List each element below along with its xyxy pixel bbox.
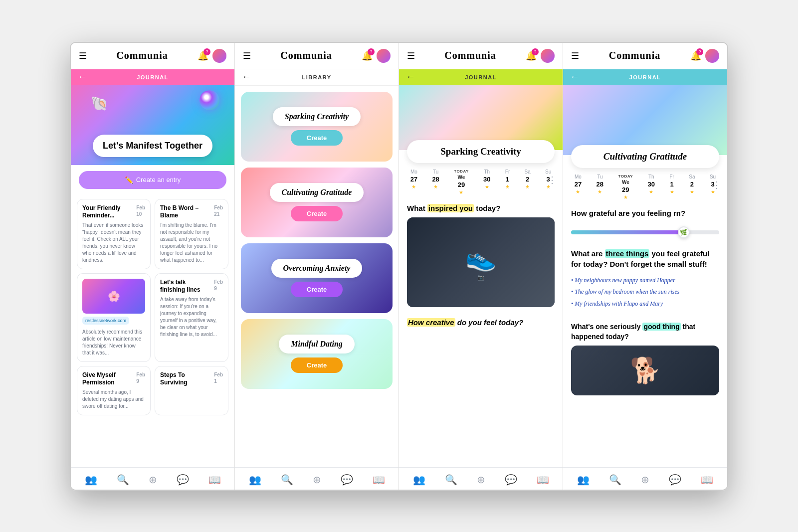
- nav-search-icon-2[interactable]: 🔍: [281, 474, 293, 486]
- create-entry-label: Create an entry: [136, 176, 181, 183]
- nav-community-icon-3[interactable]: 👥: [413, 474, 425, 486]
- cal-day-we-today: TODAY We 29 ★: [454, 169, 469, 195]
- screen-journal-manifest: ☰ Communia 🔔 ? ← JOURNAL 🐚 Let's Manifes…: [71, 43, 235, 491]
- user-avatar-3[interactable]: [541, 49, 555, 63]
- nav-community-icon-2[interactable]: 👥: [249, 474, 261, 486]
- library-card-cultivating-gratitude[interactable]: Cultivating Gratitude Create: [241, 168, 393, 237]
- week-calendar-4: Mo 27 ★ Tu 28 ★ TODAY We 29 ★: [563, 168, 727, 202]
- user-avatar-1[interactable]: [212, 49, 226, 63]
- nav-chat-icon-2[interactable]: 💬: [341, 474, 353, 486]
- gratitude-question-2: What are three things you feel grateful …: [563, 242, 727, 273]
- header-bar-2: ← LIBRARY: [235, 69, 399, 86]
- gratitude-slider[interactable]: 🌿: [563, 222, 727, 242]
- three-dots-menu-3[interactable]: ⋮: [548, 175, 557, 185]
- user-avatar-2[interactable]: [377, 49, 391, 63]
- nav-community-icon[interactable]: 👥: [85, 474, 97, 486]
- dog-icon: 🐕: [630, 356, 661, 385]
- user-avatar-4[interactable]: [705, 49, 719, 63]
- menu-icon-4[interactable]: ☰: [571, 50, 579, 61]
- back-arrow-2[interactable]: ←: [242, 72, 251, 82]
- three-dots-menu-4[interactable]: ⋮: [712, 179, 721, 190]
- back-arrow-1[interactable]: ←: [78, 72, 87, 82]
- rainbow-header-4: [563, 85, 727, 155]
- notification-bell-4[interactable]: 🔔 ?: [690, 50, 701, 61]
- entry-body: A take away from today's session: If you…: [160, 296, 223, 338]
- card-title-sparking-creativity: Sparking Creativity: [273, 107, 361, 126]
- create-entry-button[interactable]: ✏️ Create an entry: [79, 171, 226, 189]
- app-logo-3: Communia: [444, 50, 496, 61]
- top-icons-4: 🔔 ?: [690, 49, 719, 63]
- library-card-sparking-creativity[interactable]: Sparking Creativity Create: [241, 92, 393, 162]
- entry-body: Several months ago, I deleted my dating …: [82, 389, 145, 410]
- card-title-cultivating-gratitude: Cultivating Gratitude: [270, 183, 364, 202]
- entry-date: Feb1: [214, 371, 223, 384]
- cal-day-tu-4: Tu 28 ★: [597, 174, 603, 194]
- notification-bell-3[interactable]: 🔔 ?: [526, 50, 537, 61]
- journal-question-2: How creative do you feel today?: [399, 313, 563, 332]
- create-cultivating-gratitude-button[interactable]: Create: [291, 206, 343, 221]
- slider-fill: [571, 230, 690, 234]
- shell-decoration: 🐚: [91, 95, 108, 112]
- header-bar-3: ← JOURNAL: [399, 69, 563, 85]
- nav-add-icon-2[interactable]: ⊕: [313, 474, 321, 486]
- top-bar-1: ☰ Communia 🔔 ?: [71, 43, 234, 69]
- entry-date: Feb21: [214, 204, 223, 217]
- nav-chat-icon-3[interactable]: 💬: [505, 474, 517, 486]
- nav-chat-icon-4[interactable]: 💬: [669, 474, 681, 486]
- nav-search-icon-4[interactable]: 🔍: [609, 474, 621, 486]
- hero-title: Let's Manifest Together: [93, 135, 212, 157]
- nav-search-icon-3[interactable]: 🔍: [445, 474, 457, 486]
- notification-bell-1[interactable]: 🔔 ?: [198, 50, 208, 61]
- slider-thumb[interactable]: 🌿: [678, 226, 690, 238]
- entry-body: I'm shifting the blame. I'm not responsi…: [160, 222, 223, 264]
- notification-badge-4: ?: [696, 48, 703, 55]
- list-item[interactable]: 🌸 restlessnetwork.com Absolutely recomme…: [77, 273, 151, 362]
- journal-photo-inner: 👟 📷: [407, 217, 555, 307]
- create-mindful-dating-button[interactable]: Create: [291, 357, 343, 373]
- nav-add-icon[interactable]: ⊕: [149, 474, 157, 486]
- dog-photo: 🐕: [571, 346, 719, 395]
- nav-community-icon-4[interactable]: 👥: [577, 474, 590, 486]
- nav-search-icon[interactable]: 🔍: [117, 474, 129, 486]
- back-arrow-4[interactable]: ←: [570, 72, 579, 82]
- create-sparking-creativity-button[interactable]: Create: [291, 130, 343, 146]
- list-item[interactable]: Feb9 Let's talk finishing lines A take a…: [155, 273, 228, 362]
- menu-icon[interactable]: ☰: [79, 50, 87, 61]
- nav-add-icon-3[interactable]: ⊕: [477, 474, 485, 486]
- nav-library-icon-3[interactable]: 📖: [537, 474, 549, 486]
- top-bar-4: ☰ Communia 🔔 ?: [563, 43, 727, 69]
- disco-ball-decoration: [200, 90, 219, 110]
- library-card-mindful-dating[interactable]: Mindful Dating Create: [241, 319, 393, 389]
- list-item[interactable]: Feb9 Give Myself Permission Several mont…: [77, 366, 151, 415]
- library-card-overcoming-anxiety[interactable]: Overcoming Anxiety Create: [241, 243, 393, 313]
- gratitude-item-2: • The glow of my bedroom when the sun ri…: [571, 287, 719, 298]
- pencil-icon: ✏️: [125, 176, 133, 184]
- journal-entries-list: Feb10 Your Friendly Reminder... That eve…: [71, 195, 234, 467]
- journal-photo: 👟 📷: [407, 217, 555, 307]
- nav-library-icon-2[interactable]: 📖: [373, 474, 385, 486]
- journal-card-title-3: Sparking Creativity: [407, 140, 555, 163]
- list-item[interactable]: Feb1 Steps To Surviving: [155, 366, 228, 415]
- list-item[interactable]: Feb21 The B Word – Blame I'm shifting th…: [155, 199, 228, 269]
- cal-day-th-4: Th 30 ★: [648, 174, 655, 194]
- back-arrow-3[interactable]: ←: [406, 72, 415, 82]
- cal-day-sa: Sa 2 ★: [525, 169, 531, 189]
- nav-add-icon-4[interactable]: ⊕: [641, 474, 649, 486]
- app-logo-2: Communia: [280, 50, 332, 61]
- entry-date: Feb9: [214, 279, 223, 292]
- nav-library-icon[interactable]: 📖: [208, 474, 221, 486]
- screen-library: ☰ Communia 🔔 ? ← LIBRARY Sparking Creati…: [235, 43, 399, 491]
- entry-body: That even if someone looks "happy" doesn…: [82, 222, 145, 264]
- list-item[interactable]: Feb10 Your Friendly Reminder... That eve…: [77, 199, 151, 269]
- top-icons-1: 🔔 ?: [198, 49, 226, 63]
- menu-icon-3[interactable]: ☰: [407, 50, 415, 61]
- entry-title: Feb1 Steps To Surviving: [160, 371, 223, 387]
- nav-library-icon-4[interactable]: 📖: [701, 474, 713, 486]
- create-overcoming-anxiety-button[interactable]: Create: [291, 282, 343, 297]
- notification-bell-2[interactable]: 🔔 ?: [362, 50, 373, 61]
- nav-chat-icon[interactable]: 💬: [177, 474, 189, 486]
- screen-journal-sparking: ☰ Communia 🔔 ? ← JOURNAL Sparking Creati…: [399, 43, 563, 491]
- menu-icon-2[interactable]: ☰: [243, 50, 251, 61]
- card-title-overcoming-anxiety: Overcoming Anxiety: [271, 259, 363, 278]
- slider-track[interactable]: 🌿: [571, 230, 719, 234]
